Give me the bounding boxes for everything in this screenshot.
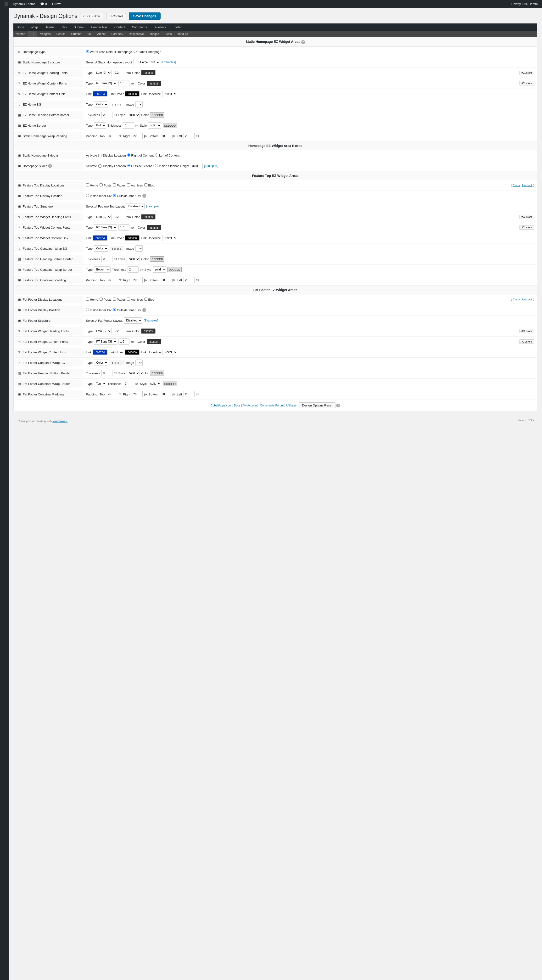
fat-footer-heading-color-swatch[interactable]: 333333	[141, 328, 156, 334]
ez-home-border-thickness[interactable]	[102, 112, 113, 118]
fat-footer-padding-right[interactable]	[132, 391, 143, 397]
feature-top-wrap-border-color-swatch[interactable]: DDDDDD	[167, 267, 182, 272]
nav-comments[interactable]: Comments	[129, 24, 150, 31]
tab-images[interactable]: Images	[147, 31, 162, 37]
feature-top-bg-image-select[interactable]	[135, 245, 143, 251]
feature-top-home-checkbox[interactable]	[86, 183, 89, 186]
homepage-slider-checkbox[interactable]	[99, 164, 102, 167]
fat-footer-inside-label[interactable]: Inside Inner Div	[86, 308, 111, 312]
static-homepage-padding-left[interactable]	[184, 133, 194, 139]
tab-post-nav[interactable]: Post Nav	[108, 31, 126, 37]
ez-home-heading-custom-btn[interactable]: #Custom	[519, 71, 534, 75]
tab-ez[interactable]: EZ	[28, 31, 37, 37]
slider-outside-radio[interactable]	[127, 164, 130, 167]
site-name[interactable]: Dynamik Theme	[11, 0, 38, 8]
feature-top-content-font-size[interactable]	[118, 224, 129, 231]
feature-top-archives-label[interactable]: Archives	[127, 183, 143, 187]
ez-home-border-thickness2[interactable]	[123, 123, 134, 129]
tab-crumbs[interactable]: Crumbs	[68, 31, 84, 37]
feature-top-border-color-swatch[interactable]: DDDDDD	[150, 256, 164, 262]
feature-top-blog-label[interactable]: Blog	[144, 183, 154, 187]
tab-tax[interactable]: Tax	[84, 31, 94, 37]
fat-footer-uncheck-link[interactable]: Uncheck	[522, 298, 532, 301]
feature-top-wrap-border-type-select[interactable]: Bottom	[94, 266, 111, 273]
fat-footer-border-style-select[interactable]: solid	[127, 370, 140, 376]
feature-top-outside-label[interactable]: Outside Inner Div	[113, 194, 141, 198]
fat-footer-bg-color-swatch[interactable]: F5F5F5	[110, 360, 124, 365]
ez-home-content-font-select[interactable]: PT Sans [G]	[94, 80, 117, 86]
design-options-reset-btn[interactable]: Design Options Reset	[299, 402, 335, 408]
ez-home-bg-type-select[interactable]: Color	[94, 101, 108, 108]
homepage-type-static-radio[interactable]	[134, 50, 137, 53]
affiliates-link[interactable]: Affiliates	[286, 404, 297, 407]
homepage-slider-examples-link[interactable]: [Examples]	[204, 164, 218, 167]
feature-top-bg-color-swatch[interactable]: F5F5F5	[110, 246, 124, 251]
feature-top-bg-type-select[interactable]: Color	[94, 245, 108, 251]
tab-author[interactable]: Author	[94, 31, 108, 37]
fat-footer-outside-label[interactable]: Outside Inner Div	[113, 308, 141, 312]
nav-header[interactable]: Header	[41, 24, 58, 31]
cobaltapps-link[interactable]: CobaltApps.com	[211, 404, 232, 407]
feature-top-content-custom-btn[interactable]: #Custom	[519, 225, 534, 229]
static-homepage-qmark[interactable]: ?	[301, 40, 305, 44]
feature-top-wrap-border-style-select[interactable]: solid	[153, 266, 166, 273]
ez-home-border-style-select[interactable]: solid	[127, 112, 140, 118]
feature-top-inside-label[interactable]: Inside Inner Div	[86, 194, 111, 198]
css-builder-button[interactable]: CSS Builder	[80, 13, 103, 19]
slider-inside-radio[interactable]	[155, 164, 158, 167]
feature-top-structure-select[interactable]: Disabled	[126, 203, 145, 210]
fat-footer-border-color-swatch[interactable]: DDDDDD	[150, 371, 164, 376]
reset-qmark[interactable]: ?	[336, 404, 340, 407]
fat-footer-content-font-select[interactable]: PT Sans [G]	[94, 339, 117, 345]
sidebar-right-label[interactable]: Right of Content	[127, 153, 154, 157]
fat-footer-content-color-swatch[interactable]: 333333	[147, 339, 161, 344]
feature-top-examples-link[interactable]: [Examples]	[146, 205, 160, 208]
fat-footer-archives-label[interactable]: Archives	[127, 298, 143, 301]
fat-footer-position-qmark[interactable]: ?	[142, 308, 146, 312]
ez-home-content-font-size[interactable]	[118, 80, 129, 86]
fat-footer-home-label[interactable]: Home	[86, 298, 98, 301]
feature-top-padding-left[interactable]	[184, 277, 194, 283]
sidebar-left-label[interactable]: Left of Content	[155, 153, 180, 157]
feature-top-heading-custom-btn[interactable]: #Custom	[519, 215, 534, 219]
ez-home-border2-color-swatch[interactable]: DDDDDD	[163, 123, 177, 128]
fat-footer-heading-custom-btn[interactable]: #Custom	[519, 329, 534, 333]
tab-imp-exp[interactable]: Imp/Exp	[175, 31, 191, 37]
fat-footer-wrap-border-thickness[interactable]	[123, 380, 134, 387]
homepage-slider-qmark[interactable]: ?	[48, 164, 52, 168]
homepage-type-static-label[interactable]: Static Homepage	[134, 50, 161, 54]
fat-footer-wrap-border-color-swatch[interactable]: DDDDDD	[163, 381, 177, 387]
fat-footer-heading-font-size[interactable]	[113, 328, 124, 334]
feature-top-check-link[interactable]: Check	[513, 184, 520, 187]
feature-top-uncheck-link[interactable]: Uncheck	[522, 184, 532, 187]
feature-top-content-font-select[interactable]: PT Sans [G]	[94, 224, 117, 231]
feature-top-border-style-select[interactable]: solid	[127, 256, 140, 262]
fat-footer-wrap-border-style-select[interactable]: solid	[148, 380, 161, 387]
wordpress-link[interactable]: WordPress.	[52, 420, 67, 423]
ez-home-border-style2-select[interactable]: solid	[148, 123, 161, 129]
feature-top-blog-checkbox[interactable]	[144, 183, 148, 186]
homepage-type-wp-label[interactable]: WordPress Default Homepage	[86, 50, 132, 54]
feature-top-outside-radio[interactable]	[113, 194, 116, 197]
ez-home-bg-image-select[interactable]	[135, 101, 143, 108]
tab-skins[interactable]: Skins	[162, 31, 175, 37]
static-homepage-sidebar-checkbox[interactable]	[99, 154, 102, 157]
feature-top-padding-bottom[interactable]	[160, 277, 171, 283]
nav-header-nav[interactable]: Header Nav	[87, 24, 111, 31]
slider-inside-label[interactable]: Inside Sidebar	[155, 164, 179, 168]
wp-logo[interactable]: ⬛	[2, 0, 11, 8]
fat-footer-check-link[interactable]: Check	[513, 298, 520, 301]
ez-home-link-hover-swatch[interactable]: 000000	[125, 91, 140, 97]
ez-home-border-color-swatch[interactable]: DDDDDD	[150, 112, 164, 118]
nav-content[interactable]: Content	[111, 24, 129, 31]
fat-footer-inside-radio[interactable]	[86, 308, 89, 311]
feature-top-link-color-swatch[interactable]: 0037B4	[93, 235, 107, 240]
ez-home-content-custom-btn[interactable]: #Custom	[519, 81, 534, 86]
ez-home-heading-font-select[interactable]: Lato [G]	[94, 70, 111, 76]
fat-footer-padding-bottom[interactable]	[160, 391, 171, 397]
feature-top-heading-font-select[interactable]: Lato [G]	[94, 214, 111, 220]
sidebar-left-radio[interactable]	[155, 153, 158, 157]
fat-footer-heading-font-select[interactable]: Lato [G]	[94, 328, 111, 334]
fat-footer-link-hover-swatch[interactable]: 000000	[125, 350, 140, 355]
feature-top-wrap-border-thickness[interactable]	[127, 266, 138, 273]
